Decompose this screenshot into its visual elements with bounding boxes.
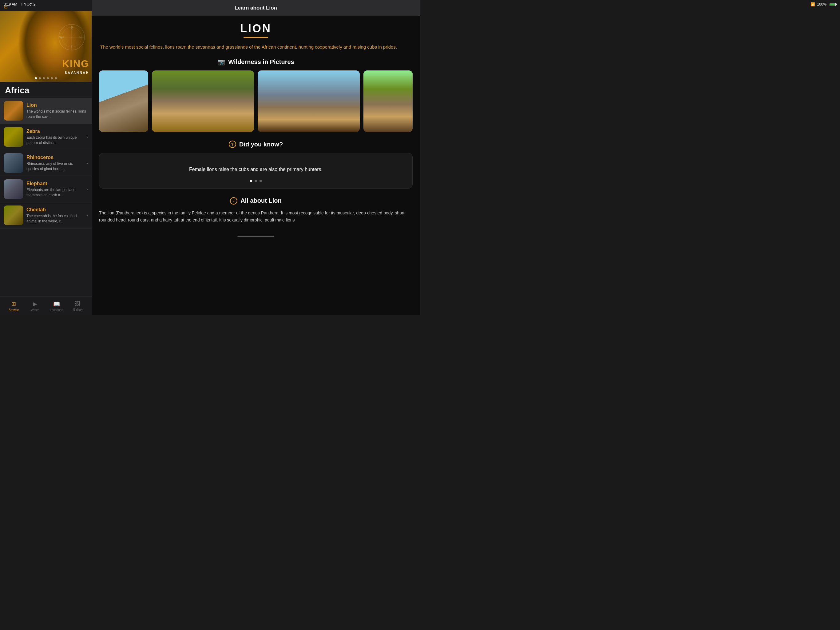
fact-dot-1[interactable]	[249, 180, 252, 182]
date-display: Fri Oct 2	[21, 2, 35, 6]
all-about-title: All about Lion	[240, 197, 281, 204]
animal-desc-cheetah: The cheetah is the fastest land animal i…	[27, 214, 85, 224]
time-display: 3:19 AM	[4, 2, 17, 6]
locations-icon: 📖	[53, 301, 60, 307]
animal-item-cheetah[interactable]: Cheetah The cheetah is the fastest land …	[0, 203, 92, 229]
animal-name-lion: Lion	[27, 103, 88, 108]
chevron-zebra: ›	[87, 135, 88, 139]
sidebar: 3:19 AM Fri Oct 2 ⊟	[0, 0, 92, 315]
all-about-header: i All about Lion	[99, 197, 413, 204]
app-container: 3:19 AM Fri Oct 2 ⊟	[0, 0, 420, 315]
pictures-icon: 📷	[217, 58, 225, 65]
animal-desc-lion: The world's most social felines, lions r…	[27, 109, 88, 119]
animal-info-cheetah: Cheetah The cheetah is the fastest land …	[27, 207, 85, 224]
animal-thumb-lion	[4, 101, 24, 120]
fact-dots	[106, 180, 406, 182]
nav-bar: Learn about Lion	[92, 0, 420, 16]
animal-info-zebra: Zebra Each zebra has its own unique patt…	[27, 128, 85, 146]
animal-page-title: LION	[99, 22, 413, 35]
photo-lion-group[interactable]	[152, 70, 254, 132]
main-content: 📶 100% Learn about Lion LION The world's…	[92, 0, 420, 315]
did-you-know-icon: ?	[229, 141, 236, 148]
gallery-label: Gallery	[73, 308, 83, 311]
chevron-rhino: ›	[87, 161, 88, 166]
fact-dot-3[interactable]	[259, 180, 262, 182]
tab-bar: ⊞ Browse ▶ Watch 📖 Locations 🖼 Gallery	[0, 296, 92, 315]
hero-dot-1[interactable]	[35, 77, 37, 79]
photo-lion-walking[interactable]	[99, 70, 148, 132]
animal-item-elephant[interactable]: Elephant Elephants are the largest land …	[0, 176, 92, 203]
animal-info-elephant: Elephant Elephants are the largest land …	[27, 181, 85, 198]
animal-name-cheetah: Cheetah	[27, 207, 85, 212]
title-underline	[243, 37, 268, 38]
browse-label: Browse	[9, 308, 19, 312]
animal-thumb-cheetah	[4, 206, 24, 225]
hero-dot-6[interactable]	[55, 77, 57, 79]
animal-name-elephant: Elephant	[27, 181, 85, 187]
animal-item-lion[interactable]: Lion The world's most social felines, li…	[0, 98, 92, 124]
home-bar	[237, 236, 274, 237]
animal-info-rhino: Rhinoceros Rhinoceros any of five or six…	[27, 155, 85, 172]
did-you-know-card: Female lions raise the cubs and are also…	[99, 153, 413, 188]
photo-lion-pair[interactable]	[257, 70, 360, 132]
fact-text: Female lions raise the cubs and are also…	[106, 166, 406, 174]
pictures-section-header: 📷 Wilderness in Pictures	[99, 58, 413, 65]
hero-image: N W KING SAVANNAH	[0, 11, 92, 82]
animal-desc-zebra: Each zebra has its own unique pattern of…	[27, 135, 85, 146]
nav-title: Learn about Lion	[235, 5, 277, 11]
hero-dots	[35, 77, 57, 79]
savannah-text: SAVANNAH	[65, 71, 89, 74]
hero-dot-5[interactable]	[51, 77, 53, 79]
sidebar-hero: N W KING SAVANNAH	[0, 11, 92, 82]
status-bar: 3:19 AM Fri Oct 2	[0, 0, 92, 9]
tab-locations[interactable]: 📖 Locations	[46, 301, 67, 312]
watch-label: Watch	[31, 308, 39, 312]
about-text: The lion (Panthera leo) is a species in …	[99, 209, 413, 224]
pictures-title: Wilderness in Pictures	[228, 59, 294, 65]
fact-dot-2[interactable]	[254, 180, 257, 182]
locations-label: Locations	[50, 308, 63, 312]
hero-dot-2[interactable]	[39, 77, 41, 79]
animal-desc-rhino: Rhinoceros any of five or six species of…	[27, 161, 85, 172]
photo-gallery	[99, 70, 413, 132]
animal-thumb-elephant	[4, 179, 24, 199]
compass-graphic: N W	[58, 24, 85, 51]
sidebar-title: Africa	[0, 82, 92, 98]
animal-tagline: The world's most social felines, lions r…	[99, 43, 413, 51]
info-icon: i	[230, 197, 237, 204]
animal-thumb-rhino	[4, 153, 24, 173]
animal-name-rhino: Rhinoceros	[27, 155, 85, 160]
animal-thumb-zebra	[4, 127, 24, 147]
tab-browse[interactable]: ⊞ Browse	[3, 301, 25, 312]
animal-desc-elephant: Elephants are the largest land mammals o…	[27, 187, 85, 198]
tab-gallery[interactable]: 🖼 Gallery	[67, 301, 89, 311]
browse-icon: ⊞	[11, 301, 16, 307]
photo-lion-side[interactable]	[363, 70, 413, 132]
chevron-elephant: ›	[87, 187, 88, 192]
animal-list: Lion The world's most social felines, li…	[0, 98, 92, 296]
content-scroll[interactable]: LION The world's most social felines, li…	[92, 16, 420, 315]
gallery-icon: 🖼	[75, 301, 81, 307]
king-text: KING	[62, 58, 89, 70]
tab-watch[interactable]: ▶ Watch	[25, 301, 46, 312]
home-indicator	[99, 233, 413, 239]
chevron-cheetah: ›	[87, 213, 88, 218]
did-you-know-title: Did you know?	[239, 141, 283, 148]
status-time: 3:19 AM Fri Oct 2	[4, 2, 35, 6]
animal-info-lion: Lion The world's most social felines, li…	[27, 103, 88, 119]
animal-name-zebra: Zebra	[27, 128, 85, 134]
animal-item-rhinoceros[interactable]: Rhinoceros Rhinoceros any of five or six…	[0, 150, 92, 176]
hero-dot-4[interactable]	[47, 77, 49, 79]
animal-item-zebra[interactable]: Zebra Each zebra has its own unique patt…	[0, 124, 92, 150]
hero-dot-3[interactable]	[43, 77, 45, 79]
did-you-know-header: ? Did you know?	[99, 141, 413, 148]
watch-icon: ▶	[33, 301, 37, 307]
